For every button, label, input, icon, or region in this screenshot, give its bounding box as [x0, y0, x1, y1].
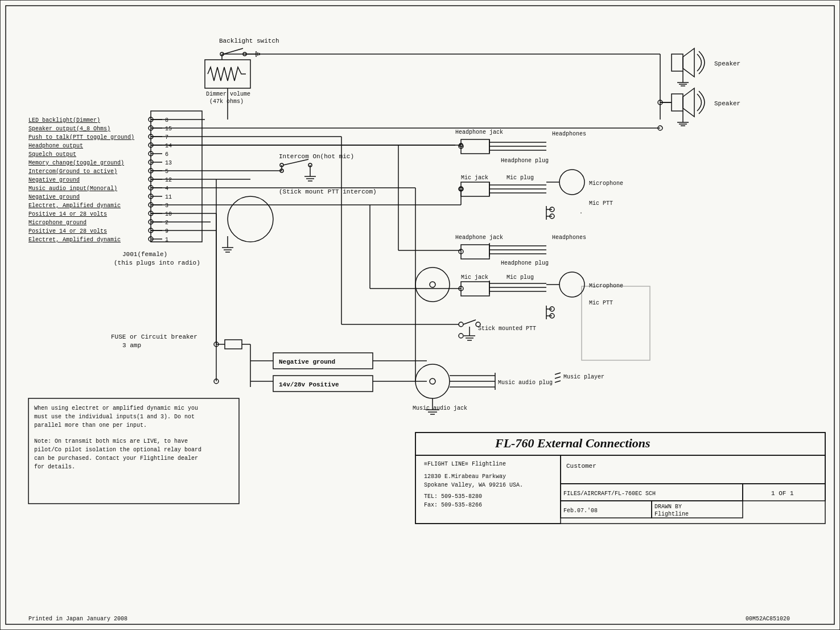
svg-line-144 [463, 320, 476, 324]
backlight-switch: Backlight switch Dimmer volume (47k ohms… [205, 38, 660, 120]
svg-point-142 [459, 322, 463, 327]
svg-rect-76 [225, 340, 242, 349]
backlight-label: Backlight switch [219, 38, 279, 44]
neg-ground-text: Negative ground [279, 359, 335, 365]
pin9-label: Positive 14 or 28 volts [28, 228, 107, 234]
music-plug-label: Music audio plug [498, 380, 553, 386]
pin8-label: LED backlight(Dimmer) [28, 117, 100, 123]
headphone-jack1: Headphone jack [151, 129, 503, 154]
svg-rect-128 [461, 282, 489, 296]
music-plug: Music audio plug [450, 373, 553, 390]
pin1-num: 1 [165, 237, 168, 243]
date: Feb.07.'08 [563, 508, 598, 514]
pin9-num: 9 [165, 228, 168, 234]
positive-box: 14v/28v Positive [250, 376, 373, 392]
headphones1-symbol: Headphones [489, 131, 586, 153]
pin2-num: 2 [165, 220, 168, 226]
hic-plug [582, 286, 650, 360]
svg-point-151 [430, 282, 435, 287]
fuse-sub: 3 amp [122, 342, 141, 349]
music-player-symbol [555, 373, 561, 382]
address2: Spokane Valley, WA 99216 USA. [424, 482, 523, 488]
pin4-num: 4 [165, 186, 168, 192]
mic-jack2: Mic jack [459, 274, 489, 296]
part-number: 00M52AC851020 [746, 616, 790, 622]
svg-rect-1 [6, 6, 834, 624]
mic-plug1-label: Mic plug [507, 175, 534, 181]
pin-labels: LED backlight(Dimmer) Speaker output(4_8… [28, 117, 134, 243]
svg-point-74 [228, 196, 273, 242]
stick-intercom-label: (Stick mount PTT intercom) [279, 188, 377, 195]
note-line1: When using electret or amplified dynamic… [34, 405, 198, 411]
svg-point-150 [415, 267, 450, 302]
pin5-label: Intercom(Ground to active) [28, 168, 117, 175]
mic-jack2-label: Mic jack [461, 274, 488, 281]
customer-label: Customer [566, 463, 596, 470]
speaker2: Speaker [658, 88, 740, 126]
svg-line-96 [555, 381, 561, 382]
mic1-label: Microphone [589, 180, 623, 187]
svg-rect-0 [0, 0, 840, 630]
pin12-label: Negative ground [28, 177, 80, 183]
pin1-label: Electret, Amplified dynamic [28, 237, 121, 243]
connector-label: J001(female) [122, 251, 167, 258]
mic-plug2-label: Mic plug [507, 274, 534, 281]
svg-rect-136 [582, 286, 650, 360]
address1: 12830 E.Mirabeau Parkway [424, 473, 506, 480]
svg-rect-97 [461, 139, 489, 154]
music-jack: Music audio jack [413, 364, 467, 411]
hp-plug2-label: Headphone plug [501, 260, 549, 266]
drawn-by: Flightline [654, 511, 689, 517]
svg-line-35 [224, 48, 243, 54]
mic-ptt1-label: Mic PTT [589, 200, 613, 207]
pin6-num: 6 [165, 151, 168, 158]
svg-marker-46 [683, 48, 694, 77]
svg-rect-156 [561, 455, 825, 484]
note-line8: for details. [34, 464, 75, 470]
svg-rect-45 [672, 54, 683, 71]
fax: Fax: 509-535-8266 [424, 502, 482, 508]
footer: Printed in Japan January 2008 00M52AC851… [28, 616, 790, 622]
negative-ground-box: Negative ground [151, 179, 373, 387]
microphone1-symbol: Microphone [546, 170, 623, 195]
fuse: FUSE or Circuit breaker 3 amp [111, 333, 250, 349]
pin13-num: 13 [165, 160, 172, 166]
intercom-label: Intercom On(hot mic) [279, 153, 354, 160]
svg-rect-51 [672, 94, 683, 111]
note-box: When using electret or amplified dynamic… [28, 398, 239, 504]
pin15-num: 15 [165, 126, 172, 132]
pin7-label: Push to talk(PTT toggle ground) [28, 134, 134, 141]
pin10-num: 10 [165, 211, 172, 217]
hp-jack2-label: Headphone jack [455, 234, 503, 241]
mic-ptt2: Mic PTT [546, 300, 613, 319]
connector-sub: (this plugs into radio) [114, 260, 200, 266]
pin11-num: 11 [165, 194, 172, 200]
speaker1: Speaker [672, 48, 740, 86]
headphones2-label: Headphones [552, 234, 586, 241]
pos-text: 14v/28v Positive [279, 381, 339, 388]
pin14-label: Headphone output [28, 143, 83, 149]
music-jack-label: Music audio jack [413, 405, 467, 411]
pin5-num: 5 [165, 168, 168, 175]
dimmer-label: Dimmer volume [206, 91, 250, 97]
drawn-by-label: DRAWN BY [654, 504, 682, 510]
pin10-label: Positive 14 or 28 volts [28, 211, 107, 217]
stick-ptt-label: Stick mounted PTT [478, 326, 536, 332]
pilot-intercom-circle [228, 196, 273, 242]
note-line6: pilot/Co pilot isolation the optional re… [34, 447, 201, 453]
schematic-diagram: 8 15 7 14 6 13 5 12 4 11 [0, 0, 840, 630]
svg-text:.: . [579, 209, 583, 215]
logo-text: ≡FLIGHT LINE≡ Flightline [424, 461, 506, 467]
music-player-label: Music player [563, 374, 604, 380]
mic-ptt1: Mic PTT . [546, 200, 613, 220]
hp-jack1-label: Headphone jack [455, 129, 503, 135]
sheet-num: 1 OF 1 [771, 490, 794, 497]
title-block: FL-760 External Connections Customer 1 O… [415, 433, 825, 524]
svg-rect-105 [461, 182, 489, 196]
svg-line-95 [555, 377, 561, 378]
pin3-label: Electret, Amplified dynamic [28, 203, 121, 209]
mic-plug1-symbol: Mic plug [489, 175, 546, 196]
schematic-title: FL-760 External Connections [495, 436, 650, 450]
tel: TEL: 509-535-8280 [424, 493, 482, 500]
microphone2-symbol: Microphone [546, 272, 623, 297]
